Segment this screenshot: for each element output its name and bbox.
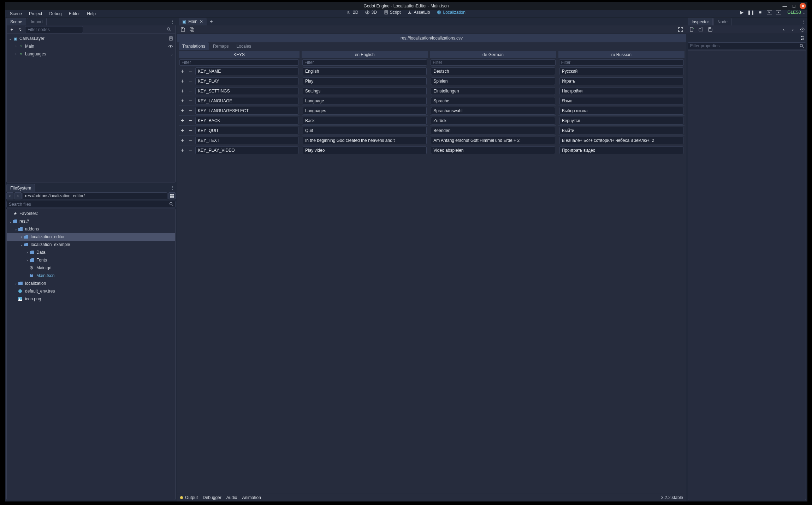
fold-toggle[interactable] xyxy=(14,297,18,301)
translation-input[interactable]: Beenden xyxy=(431,127,555,134)
path-prev-button[interactable]: ‹ xyxy=(6,192,13,199)
translation-input[interactable]: Back xyxy=(303,117,427,125)
fold-toggle[interactable]: ⌄ xyxy=(14,227,18,231)
translation-input[interactable]: Выйти xyxy=(559,127,683,134)
eye-icon[interactable] xyxy=(168,44,173,48)
window-maximize-button[interactable]: □ xyxy=(790,3,798,9)
translation-input[interactable]: Sprache xyxy=(431,97,555,105)
key-input[interactable]: KEY_NAME xyxy=(195,67,298,75)
add-key-button[interactable]: + xyxy=(179,127,186,134)
fold-toggle[interactable]: ⌄ xyxy=(19,243,24,247)
history-icon[interactable] xyxy=(799,26,805,33)
new-scene-button[interactable]: + xyxy=(208,18,214,25)
bottom-tab-debugger[interactable]: Debugger xyxy=(203,495,221,500)
workspace-script[interactable]: Script xyxy=(380,10,404,15)
add-key-button[interactable]: + xyxy=(179,147,186,154)
translation-input[interactable]: Выбор языка xyxy=(559,107,683,115)
key-input[interactable]: KEY_SETTINGS xyxy=(195,87,298,95)
fold-toggle[interactable]: › xyxy=(14,52,18,56)
chev-icon[interactable]: ⌄ xyxy=(170,52,173,56)
loc-tab-locales[interactable]: Locales xyxy=(233,42,255,50)
remove-key-button[interactable]: − xyxy=(186,108,194,114)
inspector-new-resource[interactable] xyxy=(688,26,695,33)
translation-input[interactable]: Играть xyxy=(559,77,683,85)
key-input[interactable]: KEY_BACK xyxy=(195,117,298,125)
key-input[interactable]: KEY_LANGUAGESELECT xyxy=(195,107,298,115)
add-key-button[interactable]: + xyxy=(179,68,186,74)
filesystem-item[interactable]: ⌄localization_example xyxy=(7,241,175,248)
translation-input[interactable]: Zurück xyxy=(431,117,555,125)
translation-input[interactable]: Quit xyxy=(303,127,427,134)
fold-toggle[interactable] xyxy=(25,274,29,278)
key-input[interactable]: KEY_TEXT xyxy=(195,137,298,144)
remove-key-button[interactable]: − xyxy=(186,118,194,124)
menu-scene[interactable]: Scene xyxy=(6,10,25,17)
filesystem-item[interactable]: default_env.tres xyxy=(7,287,175,295)
translation-input[interactable]: In the beginning God created the heavens… xyxy=(303,137,427,144)
fold-toggle[interactable] xyxy=(8,212,12,216)
copy-button[interactable] xyxy=(189,26,195,33)
remove-key-button[interactable]: − xyxy=(186,98,194,104)
key-input[interactable]: KEY_PLAY xyxy=(195,77,298,85)
tab-filesystem[interactable]: FileSystem xyxy=(6,184,35,192)
play-scene-button[interactable] xyxy=(766,10,772,15)
filesystem-item[interactable]: ›localization_editor xyxy=(7,233,175,241)
script-icon[interactable] xyxy=(169,36,173,41)
pause-button[interactable]: ❚❚ xyxy=(748,10,754,15)
fold-toggle[interactable]: › xyxy=(14,44,18,48)
inspector-filter-input[interactable] xyxy=(688,42,806,49)
filesystem-item[interactable]: ›localization xyxy=(7,279,175,287)
translation-input[interactable]: Play video xyxy=(303,146,427,154)
keys-filter-input[interactable] xyxy=(179,59,299,66)
remove-key-button[interactable]: − xyxy=(186,78,194,84)
filesystem-item[interactable]: ★Favorites: xyxy=(7,210,175,217)
add-key-button[interactable]: + xyxy=(179,88,186,94)
menu-debug[interactable]: Debug xyxy=(46,10,65,17)
tab-import[interactable]: Import xyxy=(27,18,47,25)
workspace-3d[interactable]: 3D xyxy=(362,10,380,15)
scene-node[interactable]: ⌄▣CanvasLayer xyxy=(7,35,175,42)
bottom-tab-output[interactable]: Output xyxy=(185,495,198,500)
workspace-2d[interactable]: 2D xyxy=(343,10,362,15)
translation-input[interactable]: Settings xyxy=(303,87,427,95)
filesystem-item[interactable]: Main.tscn xyxy=(7,272,175,279)
fold-toggle[interactable]: › xyxy=(14,282,18,285)
add-key-button[interactable]: + xyxy=(179,108,186,114)
fold-toggle[interactable]: › xyxy=(25,251,29,254)
stop-button[interactable]: ■ xyxy=(757,10,763,15)
key-input[interactable]: KEY_PLAY_VIDEO xyxy=(195,146,298,154)
link-button[interactable] xyxy=(17,26,24,33)
inspector-save-resource[interactable] xyxy=(707,26,713,33)
translation-input[interactable]: Am Anfang erschuf Gott Himmel und Erde.+… xyxy=(431,137,555,144)
inspector-open-resource[interactable] xyxy=(698,26,704,33)
renderer-select[interactable]: GLES3 ⌄ xyxy=(787,10,805,15)
loc-tab-translations[interactable]: Translations xyxy=(179,42,209,50)
remove-key-button[interactable]: − xyxy=(186,68,194,74)
workspace-assetlib[interactable]: AssetLib xyxy=(404,10,433,15)
remove-key-button[interactable]: − xyxy=(186,137,194,144)
menu-editor[interactable]: Editor xyxy=(65,10,83,17)
remove-key-button[interactable]: − xyxy=(186,147,194,154)
filesystem-item[interactable]: ›Data xyxy=(7,248,175,256)
scene-node[interactable]: ›○Main xyxy=(7,42,175,50)
close-icon[interactable]: ✕ xyxy=(200,19,203,24)
inspector-dock-options[interactable]: ⋮ xyxy=(801,19,805,24)
filesystem-item[interactable]: ⌄addons xyxy=(7,225,175,233)
play-custom-scene-button[interactable] xyxy=(775,10,782,15)
lang-filter-input[interactable] xyxy=(431,59,555,66)
translation-input[interactable]: Вернутся xyxy=(559,117,683,125)
translation-input[interactable]: Проиграть видео xyxy=(559,146,683,154)
translation-input[interactable]: Language xyxy=(303,97,427,105)
remove-key-button[interactable]: − xyxy=(186,127,194,134)
lang-filter-input[interactable] xyxy=(559,59,684,66)
translation-input[interactable]: Video abspielen xyxy=(431,146,555,154)
fold-toggle[interactable] xyxy=(25,266,29,270)
open-scene-tab[interactable]: ▣ Main ✕ xyxy=(179,18,207,25)
tab-inspector[interactable]: Inspector xyxy=(688,18,713,25)
filesystem-dock-options[interactable]: ⋮ xyxy=(171,185,175,190)
lang-filter-input[interactable] xyxy=(302,59,427,66)
translation-input[interactable]: В начале+ Бог+ сотворил+ небеса и землю+… xyxy=(559,137,683,144)
filesystem-item[interactable]: ›Fonts xyxy=(7,256,175,264)
workspace-localization[interactable]: Localization xyxy=(434,10,469,15)
add-key-button[interactable]: + xyxy=(179,78,186,84)
